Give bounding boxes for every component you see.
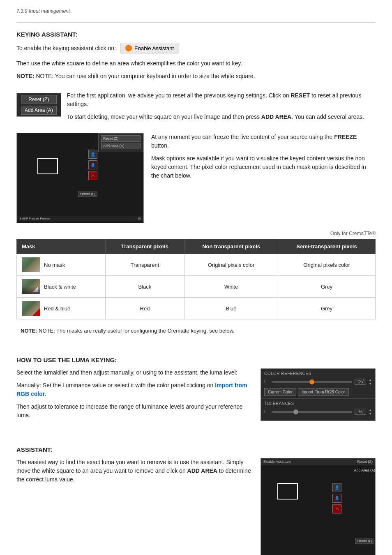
freeze-para1: At any moment you can freeze the live co… <box>151 133 376 150</box>
rb-mask-thumb <box>22 301 40 316</box>
freeze-button[interactable]: Freeze (F) <box>78 191 97 197</box>
freeze-btn-bottom[interactable]: Freeze (F) <box>355 538 374 544</box>
luma-para3: Then adjust to tolerance to increase the… <box>16 402 252 420</box>
luma-para2: Manually: Set the Luminance value or sel… <box>16 381 252 398</box>
no-mask-semi-transparent: Original pixels color <box>278 254 376 276</box>
bw-semi-transparent: Grey <box>278 276 376 298</box>
tolerances-section: TOLERANCES L 75 ▲ ▼ <box>261 398 375 421</box>
tolerance-value: 75 <box>355 409 366 415</box>
slash-decoration <box>32 287 38 292</box>
assistant-heading: ASSISTANT: <box>16 446 376 453</box>
luma-heading: HOW TO USE THE LUMA KEYING: <box>16 356 376 363</box>
assistant-screenshot: Enable Assistant Reset (Z) Add Area (A) … <box>261 458 376 555</box>
reset-para1: For the first application, we advise you… <box>67 91 376 109</box>
screenshot-text-block: At any moment you can freeze the live co… <box>151 133 376 184</box>
spinner-up[interactable]: ▲ <box>369 378 372 382</box>
bw-non-transparent: White <box>184 276 278 298</box>
color-ref-title: COLOR REFERENCES <box>264 371 372 376</box>
spinner-down[interactable]: ▼ <box>369 382 372 386</box>
col-transparent: Transparent pixels <box>105 239 184 254</box>
bottom-bar-text: Self/F Freeze Freeze <box>19 217 50 220</box>
note2: NOTE: NOTE: The masks are really useful … <box>16 327 376 335</box>
luminance-slider[interactable] <box>272 381 352 383</box>
rb-semi-transparent: Grey <box>278 298 376 319</box>
reset-button[interactable]: Reset (Z) <box>21 95 57 104</box>
assistant-white-square <box>277 483 298 500</box>
assistant-para1: The easiest way to find the exact luma y… <box>16 458 252 484</box>
luminance-value: 127 <box>355 379 366 385</box>
color-reference-panel: COLOR REFERENCES L 127 ▲ ▼ Current Color… <box>261 368 376 421</box>
panel-add-area-btn[interactable]: Add Area (A) <box>101 143 141 149</box>
mask-table: Mask Transparent pixels Non transparent … <box>16 239 376 319</box>
warning-icon: ⚠ <box>88 171 97 180</box>
tolerances-title: TOLERANCES <box>264 401 372 406</box>
l-label: L <box>264 379 269 384</box>
rb-mask-label: Red & blue <box>44 305 70 312</box>
bw-mask-thumb <box>22 279 40 294</box>
rb-non-transparent: Blue <box>184 298 278 319</box>
person2-icon: 👤 <box>88 160 97 169</box>
luma-para1: Select the lumakiller and then adjust ma… <box>16 368 252 377</box>
reset-label-top: Reset (Z) <box>357 460 373 464</box>
import-rgb-link[interactable]: Import from RGB color. <box>16 382 247 397</box>
luma-text-block: Select the lumakiller and then adjust ma… <box>16 368 252 424</box>
add-area-button[interactable]: Add Area (A) <box>21 106 57 115</box>
col-non-transparent: Non transparent pixels <box>184 239 278 254</box>
assist-person-icon: 👤 <box>332 483 341 492</box>
tolerance-slider-thumb <box>293 409 298 414</box>
ui-panel: Reset (Z) Add Area (A) <box>98 133 143 152</box>
col-mask: Mask <box>17 239 106 254</box>
bw-transparent: Black <box>105 276 184 298</box>
table-row: Black & white Black White Grey <box>17 276 376 298</box>
icon-column: 👤 👤 ⚠ <box>88 150 97 180</box>
keying-para1: Then use the white square to define an a… <box>16 59 376 68</box>
keying-screenshot: Reset (Z) Add Area (A) 👤 👤 ⚠ Freeze (F) … <box>16 133 144 223</box>
reset-para2: To start deleting, move your white squar… <box>67 113 376 121</box>
rb-transparent: Red <box>105 298 184 319</box>
orange-circle-icon <box>125 45 132 51</box>
tol-l-label: L <box>264 409 269 414</box>
table-row: No mask Transparent Original pixels colo… <box>17 254 376 276</box>
luminance-slider-thumb <box>309 379 314 384</box>
tolerance-slider[interactable] <box>272 411 352 413</box>
red-corner-decoration <box>32 308 40 316</box>
no-mask-transparent: Transparent <box>105 254 184 276</box>
reset-add-box: Reset (Z) Add Area (A) <box>16 93 61 117</box>
enable-text: To enable the keying assistant click on: <box>16 44 116 53</box>
current-color-button[interactable]: Current Color <box>264 388 296 396</box>
assist-warning-icon: ⚠ <box>332 504 341 513</box>
assistant-screenshot-topbar: Enable Assistant Reset (Z) <box>261 458 375 465</box>
luminance-spinner[interactable]: ▲ ▼ <box>369 378 372 386</box>
keying-assistant-heading: KEYING ASSISTANT: <box>16 31 376 38</box>
keying-note1: NOTE: NOTE: You can use shift on your co… <box>16 72 376 81</box>
table-row: Red & blue Red Blue Grey <box>17 298 376 319</box>
person-icon: 👤 <box>88 150 97 159</box>
enable-assistant-label: Enable Assistant <box>263 460 291 464</box>
col-semi-transparent: Semi-transparent pixels <box>278 239 376 254</box>
no-mask-non-transparent: Original pixels color <box>184 254 278 276</box>
enable-assistant-button[interactable]: Enable Assistant <box>120 43 179 53</box>
enable-btn-label: Enable Assistant <box>134 45 174 51</box>
import-from-rgb-button[interactable]: Import From RGB Color <box>298 388 349 396</box>
reset-add-text: For the first application, we advise you… <box>67 91 376 125</box>
assistant-text-block: The easiest way to find the exact luma y… <box>16 458 252 488</box>
add-area-label-top: Add Area (A) <box>336 468 375 472</box>
white-square <box>37 158 58 174</box>
panel-reset-btn[interactable]: Reset (Z) <box>101 135 141 142</box>
tol-spinner-down[interactable]: ▼ <box>369 412 372 416</box>
only-for-label: Only for CremaTTe® <box>16 231 376 236</box>
freeze-para2: Mask options are available if you want t… <box>151 154 376 180</box>
no-mask-label: No mask <box>44 262 65 268</box>
tol-spinner-up[interactable]: ▲ <box>369 408 372 412</box>
bw-mask-label: Black & white <box>44 284 76 290</box>
no-mask-thumb <box>22 257 40 272</box>
breadcrumb: 7.3.9 Input management <box>16 8 376 14</box>
assist-person2-icon: 👤 <box>332 494 341 503</box>
screenshot-bottom-bar: Self/F Freeze Freeze <box>17 216 143 221</box>
assistant-icon-column: 👤 👤 ⚠ <box>332 483 341 513</box>
status-dot <box>138 217 141 220</box>
tolerance-spinner[interactable]: ▲ ▼ <box>369 408 372 416</box>
